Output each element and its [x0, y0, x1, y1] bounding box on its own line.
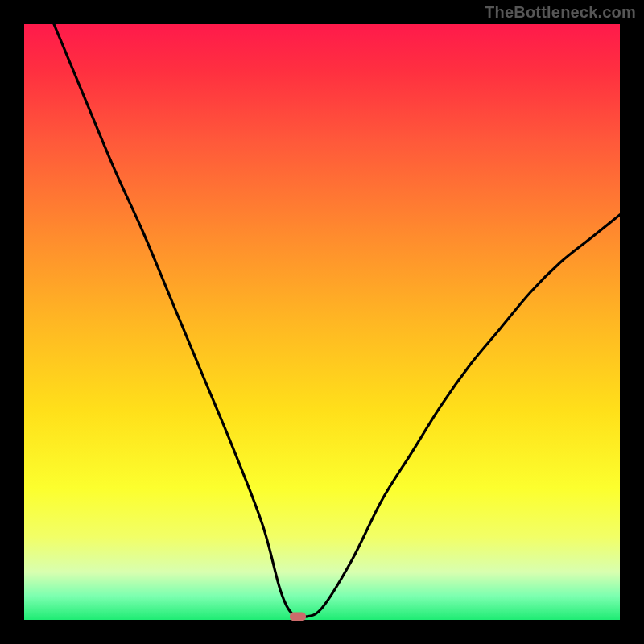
watermark-text: TheBottleneck.com: [485, 3, 636, 22]
outer-frame: TheBottleneck.com: [0, 0, 644, 644]
bottleneck-curve: [24, 24, 620, 620]
plot-area: [24, 24, 620, 620]
optimum-marker: [290, 613, 306, 621]
curve-path: [54, 24, 620, 617]
